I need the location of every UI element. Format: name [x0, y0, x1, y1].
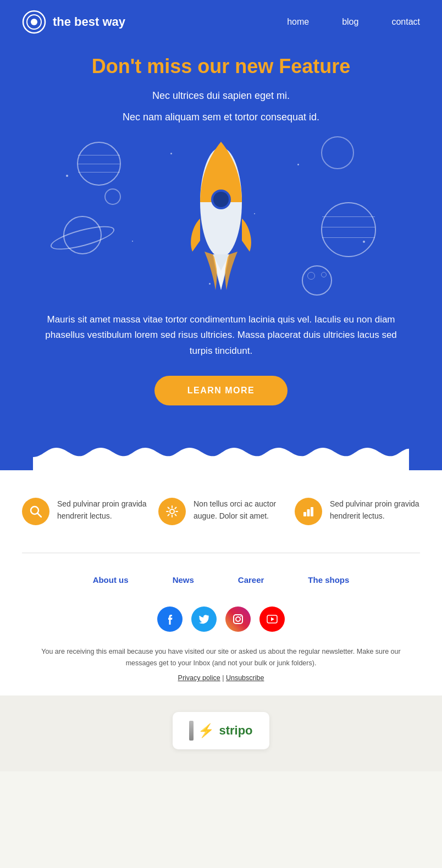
learn-more-button[interactable]: LEARN MORE [154, 376, 288, 405]
footer-link-shops[interactable]: The shops [308, 575, 349, 585]
disclaimer: You are receiving this email because you… [0, 637, 442, 695]
svg-point-2 [31, 19, 37, 25]
star-6 [132, 241, 133, 242]
nav-contact[interactable]: contact [391, 17, 420, 27]
cloud-wave [33, 438, 409, 470]
feature-2: Non tellus orci ac auctor augue. Dolor s… [158, 498, 284, 525]
logo-icon [22, 10, 46, 34]
moon-planet [302, 265, 332, 296]
svg-rect-10 [307, 509, 310, 516]
instagram-icon[interactable] [225, 607, 251, 632]
unsubscribe-link[interactable]: Unsubscribe [226, 674, 264, 682]
planet-small-left [104, 188, 121, 205]
twitter-icon[interactable] [191, 607, 217, 632]
nav-blog[interactable]: blog [342, 17, 358, 27]
feature-3-text: Sed pulvinar proin gravida hendrerit lec… [330, 498, 420, 522]
nav-home[interactable]: home [287, 17, 309, 27]
feature-2-text: Non tellus orci ac auctor augue. Dolor s… [194, 498, 284, 522]
rocket-area [33, 131, 409, 307]
svg-rect-9 [303, 512, 306, 516]
planet-top-right [321, 136, 354, 169]
privacy-link[interactable]: Privacy police [178, 674, 220, 682]
planet-right [321, 202, 376, 257]
svg-point-8 [170, 509, 174, 514]
rocket-illustration [183, 131, 259, 296]
logo-area: the best way [22, 10, 287, 34]
divider [0, 547, 442, 564]
gear-icon [158, 498, 186, 525]
disclaimer-text: You are receiving this email because you… [33, 646, 409, 670]
stripo-logo-bar [189, 721, 194, 741]
footer-links: About us News Career The shops [0, 564, 442, 596]
footer-link-about[interactable]: About us [93, 575, 129, 585]
feature-1: Sed pulvinar proin gravida hendrerit lec… [22, 498, 147, 525]
planet-top-left [77, 142, 121, 186]
svg-line-7 [38, 513, 42, 517]
chart-icon [295, 498, 322, 525]
hero-section: Don't miss our new Feature Nec ultrices … [0, 44, 442, 470]
divider-pipe: | [222, 674, 226, 682]
features-section: Sed pulvinar proin gravida hendrerit lec… [0, 470, 442, 547]
main-nav: home blog contact [287, 17, 420, 27]
svg-rect-11 [311, 507, 313, 516]
stripo-label: stripo [219, 724, 252, 738]
hero-description: Mauris sit amet massa vitae tortor condi… [33, 312, 409, 360]
header: the best way home blog contact [0, 0, 442, 44]
svg-marker-15 [271, 617, 274, 621]
search-icon [22, 498, 49, 525]
feature-3: Sed pulvinar proin gravida hendrerit lec… [295, 498, 420, 525]
footer-link-news[interactable]: News [173, 575, 194, 585]
star-2 [170, 153, 172, 154]
stripo-badge: ⚡ stripo [173, 712, 269, 749]
footer-link-career[interactable]: Career [238, 575, 264, 585]
svg-point-13 [236, 617, 240, 621]
stripo-footer: ⚡ stripo [0, 695, 442, 771]
feature-1-text: Sed pulvinar proin gravida hendrerit lec… [57, 498, 147, 522]
youtube-icon[interactable] [259, 607, 285, 632]
star-3 [297, 164, 299, 165]
svg-point-5 [213, 192, 229, 207]
svg-point-14 [240, 616, 241, 617]
star-1 [66, 175, 68, 177]
facebook-icon[interactable] [157, 607, 183, 632]
logo-text: the best way [53, 15, 125, 29]
hero-title: Don't miss our new Feature [33, 55, 409, 78]
hero-subtitle-2: Nec nam aliquam sem et tortor consequat … [33, 109, 409, 125]
social-row [0, 596, 442, 637]
hero-subtitle-1: Nec ultrices dui sapien eget mi. [33, 88, 409, 104]
saturn-planet [49, 219, 115, 252]
stripo-lightning-icon: ⚡ [198, 723, 214, 738]
